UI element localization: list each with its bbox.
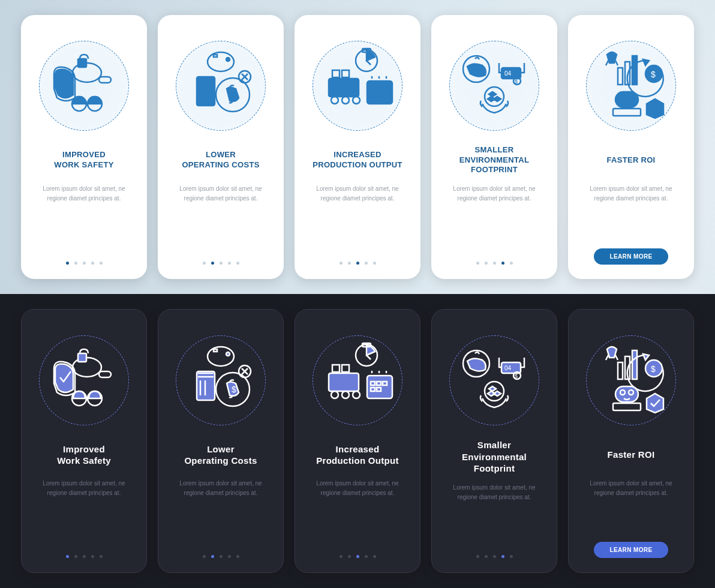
costs-icon: $ bbox=[179, 44, 263, 128]
card-title: INCREASED PRODUCTION OUTPUT bbox=[308, 145, 407, 176]
indicator-dot[interactable] bbox=[83, 262, 86, 265]
indicator-dot[interactable] bbox=[510, 555, 513, 558]
indicator-dot[interactable] bbox=[501, 555, 504, 558]
card-description: Lorem ipsum dolor sit amet, ne regione d… bbox=[440, 483, 548, 502]
card-title: SMALLER ENVIRONMENTAL FOOTPRINT bbox=[455, 145, 534, 176]
indicator-dot[interactable] bbox=[373, 555, 376, 558]
svg-point-56 bbox=[331, 97, 338, 104]
indicator-dot[interactable] bbox=[236, 555, 239, 558]
onboarding-card-output[interactable]: Increased Production OutputLorem ipsum d… bbox=[295, 309, 420, 573]
indicator-dot[interactable] bbox=[373, 262, 376, 265]
indicator-dot[interactable] bbox=[493, 555, 496, 558]
learn-more-button[interactable]: LEARN MORE bbox=[594, 248, 668, 265]
svg-text:$: $ bbox=[515, 79, 518, 85]
svg-rect-122 bbox=[613, 403, 641, 410]
card-title: Improved Work Safety bbox=[52, 439, 116, 470]
svg-rect-83 bbox=[78, 353, 86, 362]
svg-text:$: $ bbox=[651, 364, 656, 374]
card-description: Lorem ipsum dolor sit amet, ne regione d… bbox=[303, 184, 412, 203]
indicator-dot[interactable] bbox=[340, 555, 343, 558]
learn-more-button[interactable]: LEARN MORE bbox=[594, 542, 668, 558]
indicator-dot[interactable] bbox=[356, 555, 359, 558]
onboarding-card-roi[interactable]: $ FASTER ROILorem ipsum dolor sit amet, … bbox=[568, 15, 694, 279]
page-indicator bbox=[66, 555, 103, 558]
indicator-dot[interactable] bbox=[66, 555, 69, 558]
indicator-dot[interactable] bbox=[74, 555, 77, 558]
indicator-dot[interactable] bbox=[510, 262, 513, 265]
roi-icon: $ bbox=[589, 338, 673, 422]
page-indicator bbox=[476, 555, 513, 558]
onboarding-card-roi[interactable]: $ Faster ROILorem ipsum dolor sit amet, … bbox=[568, 309, 694, 573]
indicator-dot[interactable] bbox=[91, 262, 94, 265]
indicator-dot[interactable] bbox=[66, 262, 69, 265]
indicator-dot[interactable] bbox=[228, 555, 231, 558]
illustration: $ bbox=[173, 38, 269, 134]
safety-icon bbox=[42, 44, 126, 128]
indicator-dot[interactable] bbox=[356, 262, 359, 265]
svg-point-72 bbox=[485, 87, 504, 106]
indicator-dot[interactable] bbox=[348, 262, 351, 265]
svg-rect-45 bbox=[99, 77, 111, 83]
indicator-dot[interactable] bbox=[476, 555, 479, 558]
card-title: Lower Operating Costs bbox=[179, 439, 262, 470]
indicator-dot[interactable] bbox=[493, 262, 496, 265]
onboarding-card-costs[interactable]: $ LOWER OPERATING COSTSLorem ipsum dolor… bbox=[158, 15, 284, 279]
indicator-dot[interactable] bbox=[365, 555, 368, 558]
indicator-dot[interactable] bbox=[220, 555, 223, 558]
indicator-dot[interactable] bbox=[340, 262, 343, 265]
onboarding-card-output[interactable]: INCREASED PRODUCTION OUTPUTLorem ipsum d… bbox=[295, 15, 420, 279]
indicator-dot[interactable] bbox=[365, 262, 368, 265]
indicator-dot[interactable] bbox=[501, 262, 504, 265]
onboarding-card-footprint[interactable]: 04 $ SMALLER ENVIRONMENTAL FOOTPRINTLore… bbox=[431, 15, 557, 279]
svg-text:04: 04 bbox=[504, 70, 512, 77]
indicator-dot[interactable] bbox=[211, 555, 214, 558]
indicator-dot[interactable] bbox=[348, 555, 351, 558]
indicator-dot[interactable] bbox=[83, 555, 86, 558]
footprint-icon: 04 $ bbox=[452, 44, 536, 128]
indicator-dot[interactable] bbox=[476, 262, 479, 265]
onboarding-card-costs[interactable]: $ Lower Operating CostsLorem ipsum dolor… bbox=[158, 309, 284, 573]
illustration: $ bbox=[583, 332, 679, 428]
indicator-dot[interactable] bbox=[203, 555, 206, 558]
page-indicator bbox=[476, 262, 513, 265]
indicator-dot[interactable] bbox=[485, 262, 488, 265]
indicator-dot[interactable] bbox=[100, 555, 103, 558]
card-title: FASTER ROI bbox=[602, 145, 660, 176]
svg-point-89 bbox=[226, 352, 230, 356]
illustration bbox=[36, 38, 132, 134]
svg-point-87 bbox=[208, 347, 234, 366]
indicator-dot[interactable] bbox=[485, 555, 488, 558]
illustration: $ bbox=[583, 38, 679, 134]
card-description: Lorem ipsum dolor sit amet, ne regione d… bbox=[576, 184, 686, 203]
svg-point-46 bbox=[208, 52, 234, 71]
onboarding-card-safety[interactable]: Improved Work SafetyLorem ipsum dolor si… bbox=[21, 309, 147, 573]
illustration: $ bbox=[173, 332, 269, 428]
indicator-dot[interactable] bbox=[211, 262, 214, 265]
indicator-dot[interactable] bbox=[203, 262, 206, 265]
indicator-dot[interactable] bbox=[100, 262, 103, 265]
onboarding-card-safety[interactable]: IMPROVED WORK SAFETYLorem ipsum dolor si… bbox=[21, 15, 147, 279]
page-indicator bbox=[340, 262, 376, 265]
indicator-dot[interactable] bbox=[91, 555, 94, 558]
card-title: IMPROVED WORK SAFETY bbox=[49, 145, 118, 176]
svg-rect-114 bbox=[618, 362, 623, 379]
onboarding-card-footprint[interactable]: 04 $ Smaller Environmental FootprintLore… bbox=[431, 309, 557, 573]
svg-rect-86 bbox=[99, 371, 111, 377]
indicator-dot[interactable] bbox=[220, 262, 223, 265]
card-description: Lorem ipsum dolor sit amet, ne regione d… bbox=[167, 479, 275, 498]
footprint-icon: 04 $ bbox=[452, 338, 536, 422]
illustration bbox=[36, 332, 132, 428]
illustration: 04 $ bbox=[446, 332, 542, 428]
card-title: LOWER OPERATING COSTS bbox=[177, 145, 264, 176]
indicator-dot[interactable] bbox=[228, 262, 231, 265]
indicator-dot[interactable] bbox=[236, 262, 239, 265]
card-description: Lorem ipsum dolor sit amet, ne regione d… bbox=[166, 184, 275, 203]
svg-point-113 bbox=[485, 382, 504, 401]
svg-rect-60 bbox=[342, 70, 349, 77]
svg-text:$: $ bbox=[651, 70, 656, 79]
svg-rect-55 bbox=[329, 79, 359, 97]
indicator-dot[interactable] bbox=[74, 262, 77, 265]
svg-text:$: $ bbox=[232, 385, 236, 394]
illustration bbox=[310, 332, 405, 428]
svg-rect-73 bbox=[618, 68, 623, 85]
